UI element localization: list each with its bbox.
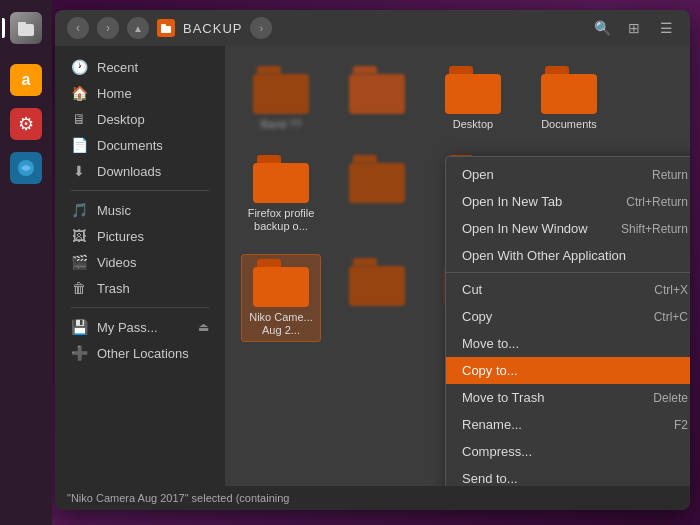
- sidebar-item-downloads[interactable]: ⬇ Downloads: [55, 158, 225, 184]
- folder-icon-band: [253, 66, 309, 114]
- file-item-niko[interactable]: Niko Came... Aug 2...: [241, 254, 321, 342]
- menu-separator-1: [446, 272, 690, 273]
- menu-item-compress[interactable]: Compress...: [446, 438, 690, 465]
- file-label-niko: Niko Came... Aug 2...: [246, 311, 316, 337]
- folder-icon-firefox: [253, 155, 309, 203]
- menu-item-open[interactable]: Open Return: [446, 161, 690, 188]
- sidebar-item-pictures[interactable]: 🖼 Pictures: [55, 223, 225, 249]
- folder-icon-desktop: [445, 66, 501, 114]
- recent-icon: 🕐: [71, 59, 87, 75]
- menu-item-copy-to[interactable]: Copy to...: [446, 357, 690, 384]
- menu-label-open-new-window: Open In New Window: [462, 221, 588, 236]
- menu-item-move-to[interactable]: Move to...: [446, 330, 690, 357]
- menu-item-copy[interactable]: Copy Ctrl+C: [446, 303, 690, 330]
- sidebar-item-documents[interactable]: 📄 Documents: [55, 132, 225, 158]
- menu-shortcut-cut: Ctrl+X: [654, 283, 688, 297]
- file-label-desktop: Desktop: [453, 118, 493, 131]
- location-expand-button[interactable]: ›: [250, 17, 272, 39]
- view-toggle-button[interactable]: ⊞: [622, 16, 646, 40]
- up-button[interactable]: ▲: [127, 17, 149, 39]
- menu-label-copy-to: Copy to...: [462, 363, 518, 378]
- file-label-blurred3: [375, 207, 378, 220]
- sidebar-item-home[interactable]: 🏠 Home: [55, 80, 225, 106]
- file-item-blurred4[interactable]: [337, 254, 417, 342]
- file-item-desktop[interactable]: Desktop: [433, 62, 513, 135]
- menu-item-open-new-window[interactable]: Open In New Window Shift+Return: [446, 215, 690, 242]
- documents-icon: 📄: [71, 137, 87, 153]
- menu-shortcut-move-to-trash: Delete: [653, 391, 688, 405]
- taskbar-icon-app2[interactable]: [6, 148, 46, 188]
- music-icon: 🎵: [71, 202, 87, 218]
- folder-icon-niko: [253, 259, 309, 307]
- file-grid: Band ??: [225, 46, 690, 486]
- videos-icon: 🎬: [71, 254, 87, 270]
- location-icon: [157, 19, 175, 37]
- pictures-icon: 🖼: [71, 228, 87, 244]
- menu-shortcut-copy: Ctrl+C: [654, 310, 688, 324]
- trash-icon: 🗑: [71, 280, 87, 296]
- file-item-firefox[interactable]: Firefox profile backup o...: [241, 151, 321, 237]
- menu-label-send-to: Send to...: [462, 471, 518, 486]
- sidebar-label-otherlocations: Other Locations: [97, 346, 189, 361]
- menu-item-rename[interactable]: Rename... F2: [446, 411, 690, 438]
- sidebar-label-videos: Videos: [97, 255, 137, 270]
- sidebar-item-mypass[interactable]: 💾 My Pass... ⏏: [55, 314, 225, 340]
- file-label-blurred4: [375, 310, 378, 323]
- menu-label-open: Open: [462, 167, 494, 182]
- sidebar-item-music[interactable]: 🎵 Music: [55, 197, 225, 223]
- sidebar-label-downloads: Downloads: [97, 164, 161, 179]
- sidebar-divider-2: [71, 307, 209, 308]
- title-bar-actions: 🔍 ⊞ ☰: [590, 16, 678, 40]
- status-bar: "Niko Camera Aug 2017" selected (contain…: [55, 486, 690, 510]
- file-item-blurred3[interactable]: [337, 151, 417, 237]
- context-menu: Open Return Open In New Tab Ctrl+Return …: [445, 156, 690, 486]
- file-item-band[interactable]: Band ??: [241, 62, 321, 135]
- menu-shortcut-open: Return: [652, 168, 688, 182]
- sidebar-label-recent: Recent: [97, 60, 138, 75]
- taskbar-icon-amazon[interactable]: a: [6, 60, 46, 100]
- menu-item-send-to[interactable]: Send to...: [446, 465, 690, 486]
- back-button[interactable]: ‹: [67, 17, 89, 39]
- menu-label-open-with: Open With Other Application: [462, 248, 626, 263]
- sidebar-item-trash[interactable]: 🗑 Trash: [55, 275, 225, 301]
- menu-label-copy: Copy: [462, 309, 492, 324]
- menu-item-move-to-trash[interactable]: Move to Trash Delete: [446, 384, 690, 411]
- folder-icon-documents: [541, 66, 597, 114]
- desktop-icon: 🖥: [71, 111, 87, 127]
- downloads-icon: ⬇: [71, 163, 87, 179]
- menu-item-open-with[interactable]: Open With Other Application: [446, 242, 690, 269]
- window-title: BACKUP: [183, 21, 242, 36]
- home-icon: 🏠: [71, 85, 87, 101]
- sidebar-item-otherlocations[interactable]: ➕ Other Locations: [55, 340, 225, 366]
- sidebar-item-recent[interactable]: 🕐 Recent: [55, 54, 225, 80]
- mypass-icon: 💾: [71, 319, 87, 335]
- sidebar-item-desktop[interactable]: 🖥 Desktop: [55, 106, 225, 132]
- taskbar-icon-files[interactable]: [6, 8, 46, 48]
- menu-item-cut[interactable]: Cut Ctrl+X: [446, 276, 690, 303]
- svg-rect-1: [18, 22, 26, 26]
- file-label-band: Band ??: [261, 118, 302, 131]
- menu-label-cut: Cut: [462, 282, 482, 297]
- sidebar-item-videos[interactable]: 🎬 Videos: [55, 249, 225, 275]
- file-item-blurred2[interactable]: [337, 62, 417, 135]
- menu-button[interactable]: ☰: [654, 16, 678, 40]
- status-text: "Niko Camera Aug 2017" selected (contain…: [67, 492, 289, 504]
- sidebar-label-desktop: Desktop: [97, 112, 145, 127]
- title-bar: ‹ › ▲ BACKUP › 🔍 ⊞ ☰: [55, 10, 690, 46]
- otherlocations-icon: ➕: [71, 345, 87, 361]
- file-item-documents[interactable]: Documents: [529, 62, 609, 135]
- folder-icon-blurred3: [349, 155, 405, 203]
- taskbar: a ⚙: [0, 0, 52, 525]
- forward-button[interactable]: ›: [97, 17, 119, 39]
- content-area: 🕐 Recent 🏠 Home 🖥 Desktop 📄 Documents ⬇: [55, 46, 690, 486]
- menu-shortcut-rename: F2: [674, 418, 688, 432]
- file-label-documents: Documents: [541, 118, 597, 131]
- desktop: a ⚙ ‹ › ▲ BACKUP: [0, 0, 700, 525]
- menu-item-open-new-tab[interactable]: Open In New Tab Ctrl+Return: [446, 188, 690, 215]
- eject-button[interactable]: ⏏: [198, 320, 209, 334]
- sidebar-label-documents: Documents: [97, 138, 163, 153]
- search-button[interactable]: 🔍: [590, 16, 614, 40]
- taskbar-icon-app1[interactable]: ⚙: [6, 104, 46, 144]
- file-label-blurred2: [375, 118, 378, 131]
- svg-rect-3: [161, 26, 171, 33]
